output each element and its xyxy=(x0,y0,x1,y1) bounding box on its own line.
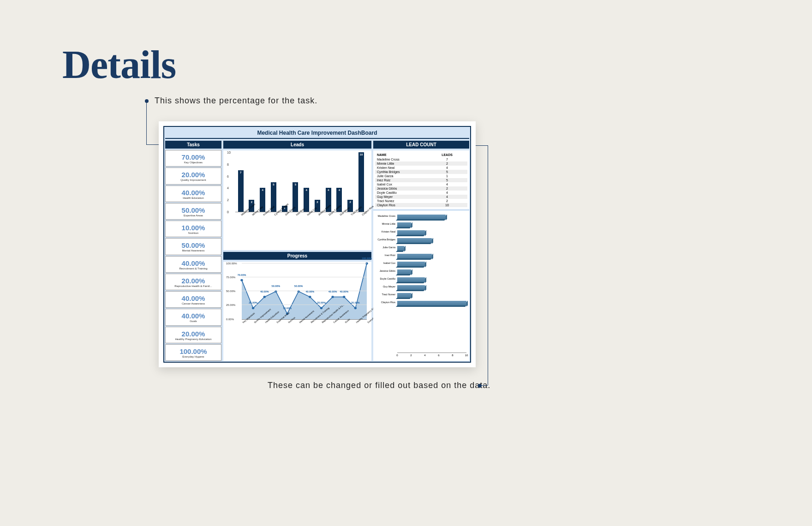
data-point-label: 20.00% xyxy=(351,301,360,304)
task-percentage: 40.00% xyxy=(167,295,220,302)
hbar-label: Isabel Cox xyxy=(375,262,395,264)
cell-value: 2 xyxy=(429,199,466,203)
task-percentage: 70.00% xyxy=(167,154,220,161)
hbar-row: Isabel Cox xyxy=(397,261,466,269)
table-row: Clayton Rios10 xyxy=(375,203,467,207)
hbar-row: Inez Ruiz xyxy=(397,253,466,261)
hbar xyxy=(397,301,466,305)
data-point-label: 40.00% xyxy=(260,290,269,293)
task-percentage: 50.00% xyxy=(167,242,220,249)
progress-area-chart: 0.00%25.00%50.00%75.00%100.00%70.00%20.0… xyxy=(223,262,371,361)
y-tick: 0.00% xyxy=(226,318,234,321)
cell-value: 4 xyxy=(429,183,466,186)
task-percentage: 40.00% xyxy=(167,189,220,196)
task-label: Reproductive Health & Famil... xyxy=(167,285,220,287)
cell-value: 4 xyxy=(429,191,466,194)
hbar-label: Julie Garza xyxy=(375,246,395,249)
hbar xyxy=(397,254,432,258)
data-point-label: 70.00% xyxy=(238,274,246,276)
dashboard: Medical Health Care Improvement DashBoar… xyxy=(159,121,476,367)
table-row: Guy Meyer4 xyxy=(375,195,467,199)
bar-value-label: 2 xyxy=(316,201,318,203)
bar: 7 xyxy=(238,170,244,212)
cell-name: Inez Ruiz xyxy=(377,179,429,182)
bar-value-label: 4 xyxy=(328,189,329,191)
callout-dot xyxy=(478,384,482,388)
hbar xyxy=(397,293,411,298)
y-tick: 8 xyxy=(227,162,229,166)
data-point-label: 40.00% xyxy=(328,290,337,293)
hbar-row: Julie Garza xyxy=(397,245,466,253)
table-row: Minnie Little2 xyxy=(375,161,467,166)
bar-value-label: 4 xyxy=(262,189,263,191)
task-card: 20.00%Reproductive Health & Famil... xyxy=(165,274,221,290)
data-point-label: 50.00% xyxy=(272,285,281,287)
hbar-label: Traci Nunez xyxy=(375,293,395,296)
table-header-name: NAME xyxy=(377,153,429,156)
table-row: Jessica Gibbs2 xyxy=(375,186,467,191)
hbar xyxy=(397,222,411,227)
hbar-row: Guy Meyer xyxy=(397,284,466,292)
task-label: Nutrition xyxy=(167,232,220,234)
hbar xyxy=(397,269,411,274)
task-card: 40.00%Recruitment & Training xyxy=(165,256,221,273)
cell-value: 5 xyxy=(429,179,466,182)
annotation-bottom: These can be changed or filled out based… xyxy=(268,381,490,390)
task-card: 40.00%Health Education xyxy=(165,185,221,202)
callout-line xyxy=(476,145,488,146)
x-tick: 10 xyxy=(465,354,468,357)
table-row: Isabel Cox4 xyxy=(375,182,467,186)
lead-count-table: NAME LEADS Madeline Cross7Minnie Little2… xyxy=(373,150,469,209)
task-label: Cancer Awareness xyxy=(167,302,220,305)
table-row: Cynthia Bridges5 xyxy=(375,170,467,174)
cell-value: 1 xyxy=(429,174,466,178)
cell-name: Isabel Cox xyxy=(377,183,429,186)
hbar-label: Guy Meyer xyxy=(375,285,395,288)
y-tick: 10 xyxy=(227,151,231,154)
table-row: Julie Garza1 xyxy=(375,174,467,178)
y-tick: 75.00% xyxy=(226,276,235,279)
y-tick: 100.00% xyxy=(226,262,237,265)
hbar-row: Minnie Little xyxy=(397,221,466,229)
hbar xyxy=(397,285,425,290)
cell-value: 4 xyxy=(429,166,466,169)
task-percentage: 20.00% xyxy=(167,171,220,178)
bar: 10 xyxy=(358,152,364,212)
bar-value-label: 10 xyxy=(360,153,363,156)
y-tick: 4 xyxy=(227,186,229,190)
hbar-row: Kristen Neal xyxy=(397,229,466,237)
lead-count-header: LEAD COUNT xyxy=(373,141,469,149)
data-point-label: 50.00% xyxy=(294,285,303,287)
data-point-label: 20.00% xyxy=(249,301,257,304)
task-card: 10.00%Nutrition xyxy=(165,221,221,237)
data-point xyxy=(354,307,357,309)
hbar-label: Doyle Castillo xyxy=(375,277,395,280)
task-percentage: 10.00% xyxy=(167,224,220,231)
x-tick: 2 xyxy=(410,354,412,357)
callout-line xyxy=(146,102,147,144)
task-percentage: 20.00% xyxy=(167,277,220,284)
tasks-header: Tasks xyxy=(165,141,221,149)
cell-name: Clayton Rios xyxy=(377,203,429,207)
hbar xyxy=(397,230,425,235)
data-point-label: 40.00% xyxy=(340,290,348,293)
hbar-row: Clayton Rios xyxy=(397,300,466,308)
cell-name: Jessica Gibbs xyxy=(377,187,429,190)
table-row: Madeline Cross7 xyxy=(375,157,467,161)
task-percentage: 50.00% xyxy=(167,207,220,214)
task-percentage: 40.00% xyxy=(167,260,220,267)
cell-name: Kristen Neal xyxy=(377,166,429,169)
data-point xyxy=(240,279,243,281)
data-point xyxy=(320,307,322,309)
hbar-row: Jessica Gibbs xyxy=(397,269,466,276)
data-point xyxy=(309,296,311,298)
cell-value: 10 xyxy=(429,203,466,207)
cell-value: 7 xyxy=(429,158,466,161)
table-row: Kristen Neal4 xyxy=(375,166,467,170)
bar-value-label: 2 xyxy=(350,201,351,203)
task-label: Quality Improvement xyxy=(167,179,220,181)
x-tick: 8 xyxy=(452,354,453,357)
data-point xyxy=(331,296,334,298)
hbar xyxy=(397,277,425,282)
hbar xyxy=(397,238,432,243)
